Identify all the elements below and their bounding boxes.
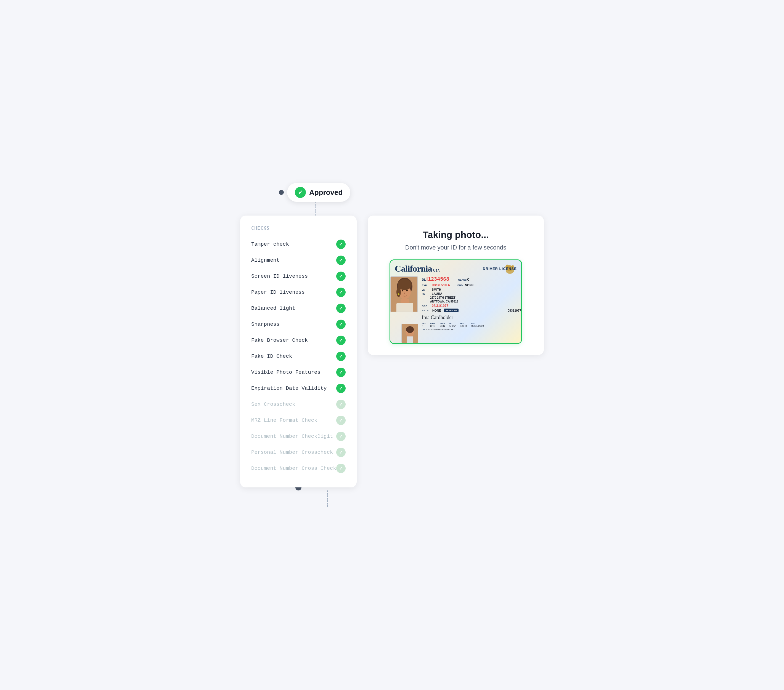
id-dl-title: DRIVER LICENSE (483, 267, 517, 271)
id-hgt-item: HGT 5'-05" (450, 322, 456, 327)
id-hgt-value: 5'-05" (450, 324, 456, 327)
check-item: Sharpness✓ (251, 316, 346, 332)
check-item-icon: ✓ (336, 272, 346, 281)
check-item-name: Expiration Date Validity (251, 385, 327, 391)
check-item-name: Visible Photo Features (251, 369, 321, 375)
svg-rect-23 (407, 336, 413, 343)
approved-check-icon: ✓ (295, 187, 306, 198)
id-dd-row: DD 00/00/0000NNNAN/ANFD/YY (422, 328, 521, 331)
checks-panel: CHECKS Tamper check✓Alignment✓Screen ID … (240, 216, 357, 487)
id-dl-number: I1234568 (427, 276, 450, 282)
check-item: Alignment✓ (251, 252, 346, 268)
id-dd-label: DD (422, 328, 425, 330)
check-item-icon: ✓ (336, 431, 346, 441)
checks-list: Tamper check✓Alignment✓Screen ID livenes… (251, 236, 346, 476)
bottom-dot-container (240, 487, 356, 491)
check-item-icon: ✓ (336, 288, 346, 297)
check-item-name: Sharpness (251, 321, 280, 327)
svg-point-22 (406, 326, 414, 333)
check-item-icon: ✓ (336, 352, 346, 361)
id-city: ANYTOWN, CA 95818 (422, 300, 521, 303)
check-item-name: Personal Number Crosscheck (251, 450, 333, 455)
main-row: CHECKS Tamper check✓Alignment✓Screen ID … (240, 216, 544, 507)
check-item-name: MRZ Line Format Check (251, 417, 317, 423)
photo-panel: Taking photo... Don't move your ID for a… (368, 216, 544, 355)
check-item: Sex Crosscheck✓ (251, 396, 346, 412)
svg-point-16 (404, 293, 405, 294)
id-iss-value: 08/31/2009 (471, 324, 484, 327)
id-exp-row: EXP 08/31/2014 END NONE (422, 283, 521, 287)
id-ln-value: SMITH (432, 288, 441, 291)
id-card: California USA DRIVER LICENSE (390, 260, 521, 343)
id-sex-value: F (422, 324, 426, 327)
id-rstr-label: RSTR (422, 309, 430, 312)
id-eyes-item: EYES BRN (440, 322, 445, 327)
id-class-value: C (467, 278, 469, 282)
check-item-icon: ✓ (336, 319, 346, 329)
check-item: Balanced light✓ (251, 300, 346, 316)
id-dob-row: DOB 08/31/1977 (422, 304, 521, 308)
check-item: Document Number CheckDigit✓ (251, 428, 346, 445)
check-item: Document Number Cross Check✓ (251, 460, 346, 476)
id-dl-number-row: DL I1234568 CLASS C (422, 276, 521, 282)
check-item-name: Tamper check (251, 241, 289, 247)
check-item-icon: ✓ (336, 336, 346, 345)
id-person-photo (390, 276, 418, 312)
id-rstr-value: NONE (432, 309, 441, 312)
id-wgt-item: WGT 125 lb (460, 322, 467, 327)
check-item-name: Fake Browser Check (251, 337, 308, 343)
check-item-name: Document Number Cross Check (251, 465, 336, 471)
id-wgt-label: WGT (460, 322, 467, 324)
check-item-name: Balanced light (251, 305, 295, 311)
id-card-wrapper: California USA DRIVER LICENSE (390, 259, 522, 344)
main-container: ✓ Approved CHECKS Tamper check✓Alignment… (240, 183, 544, 507)
id-dl-label: DL (422, 278, 426, 281)
svg-point-15 (406, 290, 408, 291)
id-hair-value: BRN (430, 324, 435, 327)
check-item: Personal Number Crosscheck✓ (251, 445, 346, 460)
check-item-name: Paper ID liveness (251, 289, 305, 295)
id-end-value: NONE (465, 283, 474, 287)
check-item-icon: ✓ (336, 304, 346, 313)
check-item-icon: ✓ (336, 368, 346, 377)
id-hair-label: HAIR (430, 322, 435, 324)
svg-point-14 (402, 290, 404, 291)
id-end-label: END (458, 284, 463, 287)
check-item: MRZ Line Format Check✓ (251, 412, 346, 428)
id-dob-value: 08/31/1977 (432, 304, 448, 308)
check-item-icon: ✓ (336, 384, 346, 393)
id-fn-value: LAURA (432, 292, 443, 295)
id-info-column: DL I1234568 CLASS C EXP 08/31/2014 END N… (422, 276, 521, 343)
id-sex-label: SEX (422, 322, 426, 324)
id-rstr-row: RSTR NONE VETERAN 08311977 (422, 309, 521, 312)
check-item-icon: ✓ (336, 416, 346, 425)
id-hgt-label: HGT (450, 322, 456, 324)
check-item: Expiration Date Validity✓ (251, 380, 346, 396)
approved-connector-dot (279, 190, 284, 195)
check-item-name: Fake ID Check (251, 353, 292, 359)
id-wgt-value: 125 lb (460, 324, 467, 327)
check-item-name: Screen ID liveness (251, 273, 308, 279)
approved-badge: ✓ Approved (287, 183, 350, 202)
id-exp-value: 08/31/2014 (432, 283, 450, 287)
check-item: Paper ID liveness✓ (251, 284, 346, 300)
id-iss-item: ISS 08/31/2009 (471, 322, 484, 327)
id-right-number: 08311977 (508, 309, 521, 312)
photo-subtitle: Don't move your ID for a few seconds (405, 244, 506, 251)
id-usa: USA (433, 269, 440, 272)
id-address: 2570 24TH STREET (422, 296, 521, 299)
id-dob-label: DOB (422, 305, 430, 308)
id-fn-label: FN (422, 293, 430, 295)
check-item-name: Document Number CheckDigit (251, 433, 333, 440)
svg-point-13 (397, 287, 401, 297)
check-item: Visible Photo Features✓ (251, 364, 346, 380)
id-signature: Ima Cardholder (422, 315, 521, 320)
id-small-photo (401, 324, 418, 343)
svg-rect-17 (400, 299, 409, 303)
check-item: Fake Browser Check✓ (251, 332, 346, 348)
id-exp-label: EXP (422, 284, 430, 287)
id-veteran-badge: VETERAN (444, 309, 459, 312)
check-item-icon: ✓ (336, 464, 346, 473)
id-iss-label: ISS (471, 322, 484, 324)
id-hair-item: HAIR BRN (430, 322, 435, 327)
